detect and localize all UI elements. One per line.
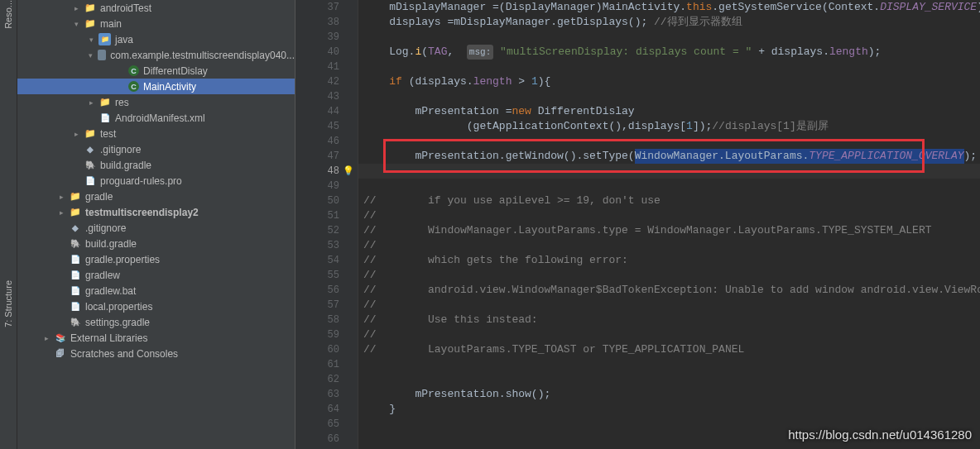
- code-line[interactable]: [358, 89, 980, 104]
- code-line[interactable]: //: [358, 238, 980, 253]
- expand-arrow-icon[interactable]: [72, 20, 80, 28]
- tree-item-label: build.gradle: [85, 238, 137, 250]
- gradle-icon: [84, 159, 96, 171]
- code-line[interactable]: if (displays.length > 1){: [358, 74, 980, 89]
- code-line[interactable]: }: [358, 402, 980, 417]
- tree-item-build-gradle[interactable]: build.gradle: [17, 157, 295, 173]
- tree-item-build-gradle[interactable]: build.gradle: [17, 236, 295, 251]
- code-line[interactable]: //: [358, 298, 980, 313]
- line-number: 55: [295, 268, 358, 283]
- tree-item-label: gradle: [85, 191, 113, 203]
- tree-item-main[interactable]: main: [17, 16, 295, 31]
- tree-item-gradlew[interactable]: gradlew: [17, 267, 295, 283]
- tree-item-label: com.example.testmultiscreendisplay040...: [110, 50, 295, 61]
- tree-item-test[interactable]: test: [17, 126, 295, 141]
- folder-java-icon: [98, 33, 111, 45]
- folder-icon: [69, 190, 81, 203]
- code-line[interactable]: [358, 372, 980, 387]
- tree-item-label: AndroidManifest.xml: [115, 112, 205, 124]
- tree-item-java[interactable]: java: [17, 31, 295, 47]
- tree-item-label: DifferentDislay: [143, 65, 208, 77]
- tree-item-label: External Libraries: [70, 332, 147, 344]
- tree-item-res[interactable]: res: [17, 94, 295, 110]
- tree-item-testmultiscreendisplay2[interactable]: testmultiscreendisplay2: [17, 204, 295, 220]
- line-number: 41: [295, 60, 358, 74]
- tree-item--gitignore[interactable]: .gitignore: [17, 220, 295, 236]
- tree-item-com-example-testmultiscreendisplay040-[interactable]: com.example.testmultiscreendisplay040...: [17, 47, 295, 63]
- code-line[interactable]: // LayoutParams.TYPE_TOAST or TYPE_APPLI…: [358, 342, 980, 357]
- tree-item-gradle-properties[interactable]: gradle.properties: [17, 251, 295, 267]
- line-number: 54: [295, 253, 358, 268]
- scratch-icon: [54, 347, 66, 360]
- expand-arrow-icon[interactable]: [57, 208, 65, 217]
- code-line[interactable]: // WindowManager.LayoutParams.type = Win…: [358, 223, 980, 238]
- tree-item-mainactivity[interactable]: MainActivity: [17, 79, 295, 94]
- code-line[interactable]: [358, 60, 980, 74]
- tree-item-label: test: [100, 128, 116, 140]
- expand-arrow-icon: [117, 67, 125, 75]
- expand-arrow-icon: [117, 83, 125, 91]
- tree-item-label: gradlew.bat: [85, 285, 136, 297]
- line-number: 40: [295, 45, 358, 60]
- tree-item-scratches-and-consoles[interactable]: Scratches and Consoles: [17, 346, 295, 361]
- intention-bulb-icon[interactable]: 💡: [343, 164, 354, 179]
- tree-item-androidtest[interactable]: androidTest: [17, 0, 295, 16]
- code-line[interactable]: // if you use apiLevel >= 19, don't use: [358, 193, 980, 208]
- expand-arrow-icon[interactable]: [72, 130, 80, 138]
- line-number: 49: [295, 179, 358, 193]
- code-line[interactable]: Log.i(TAG, msg: "multiScreenDisplay: dis…: [358, 45, 980, 60]
- code-line[interactable]: //: [358, 268, 980, 283]
- line-number: 65: [295, 417, 358, 432]
- line-number: 64: [295, 402, 358, 417]
- tree-item-label: main: [100, 18, 122, 30]
- tree-item-differentdislay[interactable]: DifferentDislay: [17, 63, 295, 79]
- line-number: 58: [295, 313, 358, 327]
- code-line[interactable]: [358, 179, 980, 193]
- tree-item-settings-gradle[interactable]: settings.gradle: [17, 314, 295, 330]
- tree-item--gitignore[interactable]: .gitignore: [17, 141, 295, 157]
- code-line[interactable]: //: [358, 208, 980, 223]
- code-line[interactable]: mPresentation =new DifferentDislay: [358, 104, 980, 119]
- expand-arrow-icon[interactable]: [42, 334, 50, 342]
- code-line[interactable]: mDisplayManager =(DisplayManager)MainAct…: [358, 0, 980, 15]
- code-line[interactable]: // which gets the following error:: [358, 253, 980, 268]
- code-line[interactable]: //: [358, 327, 980, 342]
- code-line[interactable]: mPresentation.show();: [358, 387, 980, 402]
- tree-item-proguard-rules-pro[interactable]: proguard-rules.pro: [17, 173, 295, 189]
- code-line[interactable]: [358, 357, 980, 372]
- tree-item-gradlew-bat[interactable]: gradlew.bat: [17, 283, 295, 299]
- expand-arrow-icon: [57, 256, 65, 264]
- expand-arrow-icon[interactable]: [87, 98, 95, 107]
- expand-arrow-icon[interactable]: [57, 193, 65, 201]
- code-editor[interactable]: mDisplayManager =(DisplayManager)MainAct…: [358, 0, 980, 449]
- code-line[interactable]: // android.view.WindowManager$BadTokenEx…: [358, 283, 980, 298]
- watermark-text: https://blog.csdn.net/u014361280: [788, 428, 972, 442]
- code-line[interactable]: (getApplicationContext(),displays[1]);//…: [358, 119, 980, 134]
- expand-arrow-icon: [72, 146, 80, 154]
- folder-icon: [84, 127, 96, 140]
- expand-arrow-icon[interactable]: [87, 36, 95, 44]
- code-line[interactable]: // Use this instead:: [358, 313, 980, 327]
- code-line[interactable]: displays =mDisplayManager.getDisplays();…: [358, 15, 980, 30]
- tree-item-local-properties[interactable]: local.properties: [17, 299, 295, 314]
- expand-arrow-icon[interactable]: [72, 4, 80, 12]
- code-line[interactable]: [358, 134, 980, 149]
- expand-arrow-icon: [57, 224, 65, 232]
- tree-item-label: .gitignore: [85, 222, 126, 234]
- tree-item-gradle[interactable]: gradle: [17, 189, 295, 204]
- tree-item-external-libraries[interactable]: External Libraries: [17, 330, 295, 346]
- expand-arrow-icon[interactable]: [87, 51, 94, 60]
- code-line[interactable]: mPresentation.getWindow().setType(Window…: [358, 149, 980, 164]
- expand-arrow-icon: [72, 177, 80, 185]
- tool-resource-tab[interactable]: Reso...: [3, 0, 13, 41]
- project-tree[interactable]: androidTestmainjavacom.example.testmulti…: [17, 0, 295, 449]
- tree-item-label: androidTest: [100, 2, 151, 14]
- code-line[interactable]: [358, 164, 980, 179]
- tree-item-androidmanifest-xml[interactable]: AndroidManifest.xml: [17, 110, 295, 126]
- lib-icon: [54, 332, 66, 344]
- code-line[interactable]: [358, 30, 980, 45]
- file-icon: [69, 253, 81, 265]
- tool-structure-tab[interactable]: 7: Structure: [3, 280, 13, 339]
- expand-arrow-icon: [57, 318, 65, 327]
- line-number: 56: [295, 283, 358, 298]
